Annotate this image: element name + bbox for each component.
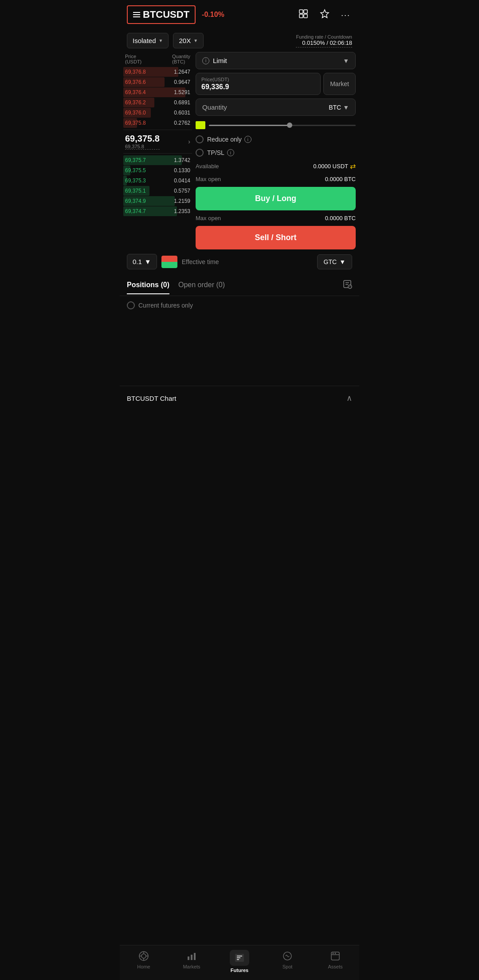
slider-fill: [209, 125, 290, 126]
star-icon[interactable]: [318, 7, 331, 23]
svg-rect-0: [299, 10, 303, 13]
sell-order-row[interactable]: 69,376.8 1.2647: [123, 67, 192, 77]
order-book: Price (USDT) Quantity (BTC) 69,376.8 1.2…: [123, 52, 192, 249]
order-book-header: Price (USDT) Quantity (BTC): [123, 52, 192, 67]
slider-row: [196, 119, 356, 131]
price-header: Price (USDT): [125, 54, 141, 64]
buy-order-row[interactable]: 69,375.7 1.3742: [123, 155, 192, 165]
tp-sl-row[interactable]: TP/SL i: [196, 148, 356, 158]
header-actions: ···: [297, 7, 352, 23]
gtc-label: GTC: [324, 258, 337, 265]
chart-section[interactable]: BTCUSDT Chart ∧: [120, 386, 359, 410]
symbol-title-box[interactable]: BTCUSDT: [127, 5, 196, 24]
main-content: Price (USDT) Quantity (BTC) 69,376.8 1.2…: [120, 52, 359, 249]
svg-rect-1: [304, 10, 307, 13]
slider-thumb[interactable]: [287, 122, 292, 128]
leverage-dropdown[interactable]: 20X ▼: [173, 33, 204, 48]
chart-label: BTCUSDT Chart: [127, 395, 176, 402]
max-open-row-1: Max open 0.0000 BTC: [196, 175, 356, 183]
max-open-label-2: Max open: [196, 215, 221, 221]
slider-track[interactable]: [209, 125, 356, 126]
funding-label: Funding rate / Countdown: [296, 34, 352, 40]
reduce-only-radio[interactable]: [196, 135, 204, 143]
sell-short-button[interactable]: Sell / Short: [196, 226, 356, 249]
order-type-label: Limit: [213, 57, 227, 64]
slider-icon: [196, 121, 205, 129]
buy-order-row[interactable]: 69,374.9 1.2159: [123, 196, 192, 206]
transfer-icon[interactable]: ⇄: [350, 162, 356, 170]
price-label: Price(USDT): [201, 77, 315, 82]
max-open-label-1: Max open: [196, 176, 221, 182]
filter-label: Current futures only: [138, 302, 193, 309]
sell-order-row[interactable]: 69,376.0 0.6031: [123, 108, 192, 118]
quantity-label: Quantity: [202, 103, 227, 111]
tp-sl-radio[interactable]: [196, 149, 204, 157]
order-type-select[interactable]: i Limit ▼: [196, 52, 356, 69]
symbol-label: BTCUSDT: [143, 9, 189, 20]
current-price: 69,375.8: [125, 134, 160, 144]
gtc-dropdown[interactable]: GTC ▼: [317, 254, 352, 269]
info-icon: i: [202, 57, 209, 64]
svg-rect-3: [304, 14, 307, 18]
price-value: 69,336.9: [201, 83, 315, 91]
effective-time-label: Effective time: [182, 258, 219, 265]
history-icon[interactable]: [342, 279, 352, 296]
chevron-down-icon: ▼: [343, 57, 349, 64]
current-price-row: 69,375.8 69,375.8 ›: [123, 130, 192, 154]
funding-info: Funding rate / Countdown 0.0150% / 02:06…: [296, 34, 352, 47]
info-icon: i: [227, 149, 234, 156]
price-change: -0.10%: [202, 11, 224, 19]
quantity-unit: BTC ▼: [329, 104, 349, 111]
chevron-down-icon: ▼: [339, 258, 346, 265]
reduce-only-label: Reduce only i: [207, 136, 251, 143]
tab-positions[interactable]: Positions (0): [127, 281, 169, 294]
buy-order-row[interactable]: 69,375.1 0.5757: [123, 186, 192, 196]
available-label: Available: [196, 163, 219, 170]
qty-dropdown[interactable]: 0.1 ▼: [127, 254, 157, 269]
buy-long-button[interactable]: Buy / Long: [196, 187, 356, 210]
available-row: Available 0.0000 USDT ⇄: [196, 161, 356, 171]
margin-mode-label: Isolated: [133, 37, 156, 44]
qty-value: 0.1: [133, 258, 142, 265]
price-input-box[interactable]: Price(USDT) 69,336.9: [196, 73, 321, 95]
flag-bottom: [161, 262, 177, 268]
tabs-row: Positions (0) Open order (0): [120, 274, 359, 296]
chevron-down-icon: ▼: [193, 38, 198, 43]
quantity-row[interactable]: Quantity BTC ▼: [196, 99, 356, 116]
current-price-sub: 69,375.8: [125, 144, 160, 150]
current-futures-radio[interactable]: [127, 301, 135, 309]
arrow-right-icon: ›: [188, 138, 190, 145]
buy-order-row[interactable]: 69,375.3 0.0414: [123, 176, 192, 186]
chevron-down-icon: ▼: [159, 38, 163, 43]
reduce-only-row[interactable]: Reduce only i: [196, 134, 356, 144]
leverage-label: 20X: [179, 37, 191, 44]
max-open-value-2: 0.0000 BTC: [325, 215, 356, 221]
funding-value: 0.0150% / 02:06:18: [296, 40, 352, 47]
sell-order-row[interactable]: 69,376.2 0.6891: [123, 98, 192, 107]
header: BTCUSDT -0.10% ···: [120, 0, 359, 29]
layout-icon[interactable]: [297, 7, 310, 23]
chevron-down-icon: ▼: [343, 104, 349, 111]
flag-icon[interactable]: [161, 256, 177, 268]
controls-row: Isolated ▼ 20X ▼ Funding rate / Countdow…: [120, 29, 359, 52]
buy-order-row[interactable]: 69,375.5 0.1330: [123, 166, 192, 175]
tab-open-order[interactable]: Open order (0): [178, 281, 225, 294]
buy-orders: 69,375.7 1.3742 69,375.5 0.1330 69,375.3…: [123, 155, 192, 216]
chevron-down-icon: ▼: [145, 258, 151, 265]
sell-order-row[interactable]: 69,376.6 0.9647: [123, 77, 192, 87]
price-row: Price(USDT) 69,336.9 Market: [196, 73, 356, 95]
menu-icon[interactable]: [133, 12, 140, 17]
info-icon: i: [244, 136, 251, 143]
more-icon[interactable]: ···: [339, 8, 352, 22]
sell-order-row[interactable]: 69,375.8 0.2762: [123, 118, 192, 128]
bottom-controls: 0.1 ▼ Effective time GTC ▼: [120, 249, 359, 274]
sell-order-row[interactable]: 69,376.4 1.5291: [123, 87, 192, 97]
margin-mode-dropdown[interactable]: Isolated ▼: [127, 33, 169, 48]
buy-order-row[interactable]: 69,374.7 1.2353: [123, 206, 192, 216]
filter-row: Current futures only: [120, 296, 359, 315]
market-button[interactable]: Market: [323, 73, 356, 95]
chevron-up-icon: ∧: [346, 393, 352, 403]
svg-marker-4: [321, 10, 329, 18]
max-open-value-1: 0.0000 BTC: [325, 176, 356, 182]
flag-top: [161, 256, 177, 262]
